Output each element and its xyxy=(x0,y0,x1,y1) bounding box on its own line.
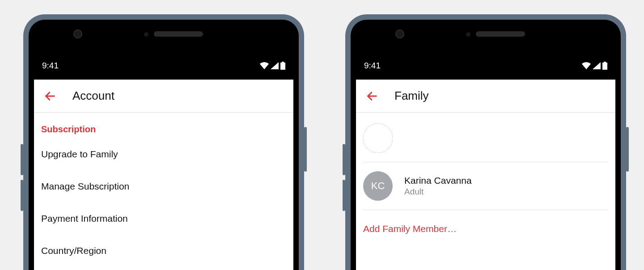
member-name: Karina Cavanna xyxy=(404,175,472,186)
volume-down-button xyxy=(343,180,345,211)
phone-mockup-left: 9:41 Account xyxy=(23,14,304,270)
status-icons xyxy=(260,62,285,70)
family-member-row[interactable]: KC Karina Cavanna Adult xyxy=(363,162,608,210)
arrow-left-icon xyxy=(366,90,378,102)
cellular-icon xyxy=(271,62,279,69)
back-button[interactable] xyxy=(41,87,59,105)
wifi-icon xyxy=(582,62,591,69)
svg-rect-3 xyxy=(604,62,606,63)
family-member-row[interactable] xyxy=(363,113,608,162)
app-bar: Account xyxy=(34,80,293,113)
phone-bezel: 9:41 Account xyxy=(29,20,299,270)
screen-right: 9:41 Family xyxy=(356,52,615,270)
phone-top-hardware xyxy=(29,20,299,46)
status-bar: 9:41 xyxy=(34,52,293,80)
family-content: KC Karina Cavanna Adult Add Family Membe… xyxy=(356,113,615,248)
battery-icon xyxy=(602,62,607,70)
back-button[interactable] xyxy=(363,87,381,105)
phone-bezel: 9:41 Family xyxy=(351,20,621,270)
member-info: Karina Cavanna Adult xyxy=(404,175,472,197)
account-content: Subscription Upgrade to Family Manage Su… xyxy=(34,113,293,267)
page-title: Family xyxy=(394,89,429,103)
earpiece-speaker xyxy=(476,31,525,37)
phone-mockup-right: 9:41 Family xyxy=(345,14,626,270)
battery-icon xyxy=(280,62,285,70)
earpiece-speaker xyxy=(154,31,203,37)
power-button xyxy=(304,127,307,172)
front-camera xyxy=(73,30,82,38)
avatar-initials: KC xyxy=(363,171,393,201)
arrow-left-icon xyxy=(44,90,56,102)
svg-rect-4 xyxy=(602,63,607,70)
power-button xyxy=(626,127,629,172)
svg-rect-0 xyxy=(282,62,284,63)
status-icons xyxy=(582,62,607,70)
sensor-dot xyxy=(466,32,470,37)
sensor-dot xyxy=(144,32,148,37)
screen-left: 9:41 Account xyxy=(34,52,293,270)
page-title: Account xyxy=(72,89,114,103)
status-time: 9:41 xyxy=(42,61,59,71)
item-payment-information[interactable]: Payment Information xyxy=(41,202,286,235)
phone-top-hardware xyxy=(351,20,621,46)
section-header-subscription: Subscription xyxy=(41,113,286,138)
front-camera xyxy=(395,30,404,38)
volume-up-button xyxy=(21,144,23,175)
volume-up-button xyxy=(343,144,345,175)
member-role: Adult xyxy=(404,187,472,197)
item-upgrade-to-family[interactable]: Upgrade to Family xyxy=(41,138,286,170)
add-family-member-link[interactable]: Add Family Member… xyxy=(363,210,608,248)
status-time: 9:41 xyxy=(364,61,381,71)
avatar-photo xyxy=(363,123,393,153)
cellular-icon xyxy=(593,62,601,69)
status-bar: 9:41 xyxy=(356,52,615,80)
volume-down-button xyxy=(21,180,23,211)
svg-rect-1 xyxy=(280,63,285,70)
item-country-region[interactable]: Country/Region xyxy=(41,235,286,267)
item-manage-subscription[interactable]: Manage Subscription xyxy=(41,170,286,202)
app-bar: Family xyxy=(356,80,615,113)
wifi-icon xyxy=(260,62,269,69)
